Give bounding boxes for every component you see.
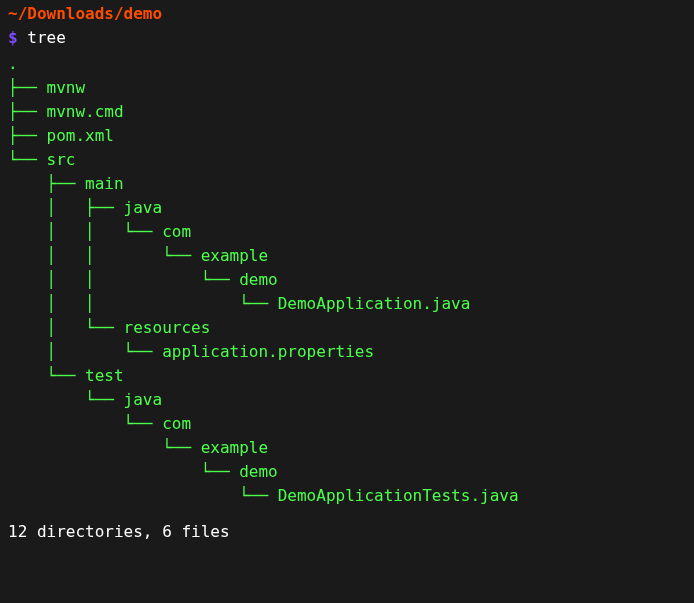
tree-line: │ │ └── demo (8, 268, 686, 292)
prompt-line: $ tree (8, 26, 686, 50)
tree-line: ├── mvnw.cmd (8, 100, 686, 124)
tree-output: . ├── mvnw ├── mvnw.cmd ├── pom.xml └── … (8, 52, 686, 508)
tree-line: │ ├── java (8, 196, 686, 220)
tree-line: └── com (8, 412, 686, 436)
tree-line: │ └── resources (8, 316, 686, 340)
prompt-symbol: $ (8, 28, 18, 47)
tree-line: └── DemoApplicationTests.java (8, 484, 686, 508)
current-directory: ~/Downloads/demo (8, 4, 162, 23)
tree-line: └── java (8, 388, 686, 412)
tree-line: │ │ └── com (8, 220, 686, 244)
tree-line: └── test (8, 364, 686, 388)
tree-line: ├── main (8, 172, 686, 196)
tree-line: . (8, 52, 686, 76)
tree-line: │ │ └── DemoApplication.java (8, 292, 686, 316)
tree-line: ├── mvnw (8, 76, 686, 100)
cwd-line: ~/Downloads/demo (8, 2, 686, 26)
tree-line: │ │ └── example (8, 244, 686, 268)
tree-line: └── src (8, 148, 686, 172)
tree-summary: 12 directories, 6 files (8, 520, 686, 544)
command-text: tree (27, 28, 66, 47)
tree-line: └── example (8, 436, 686, 460)
tree-line: │ └── application.properties (8, 340, 686, 364)
tree-line: └── demo (8, 460, 686, 484)
tree-line: ├── pom.xml (8, 124, 686, 148)
